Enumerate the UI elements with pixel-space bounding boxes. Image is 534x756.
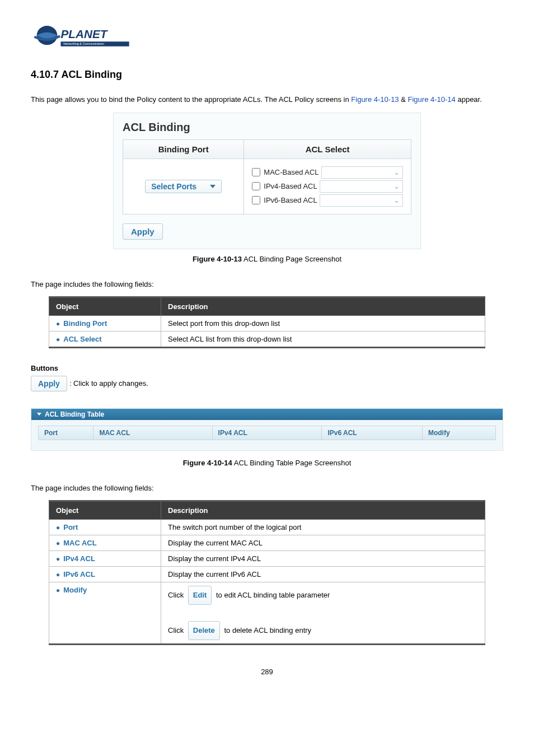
table1-header-desc: Description: [161, 297, 485, 315]
svg-text:PLANET: PLANET: [60, 27, 108, 40]
brand-logo: PLANET Networking & Communication: [31, 22, 503, 55]
delete-button[interactable]: Delete: [188, 621, 220, 641]
obj-name: Modify: [63, 586, 87, 594]
click-text: Click: [168, 591, 184, 599]
obj-desc: Select port from this drop-down list: [161, 315, 485, 331]
table-row: ●Binding Port Select port from this drop…: [49, 315, 485, 331]
ipv4-based-acl-select[interactable]: ⌄: [320, 180, 403, 193]
table2-header-desc: Description: [161, 501, 485, 519]
obj-name: ACL Select: [63, 335, 101, 343]
select-ports-label: Select Ports: [151, 182, 196, 191]
obj-desc: The switch port number of the logical po…: [161, 519, 485, 535]
obj-name: Port: [63, 523, 78, 531]
col-ipv6-acl: IPv6 ACL: [322, 426, 423, 440]
figure-4-10-14-caption: Figure 4-10-14 ACL Binding Table Page Sc…: [31, 459, 503, 467]
bullet-icon: ●: [56, 571, 60, 578]
acl-binding-panel: ACL Binding Binding Port ACL Select Sele…: [113, 113, 421, 249]
table1-header-object: Object: [49, 297, 161, 315]
edit-button[interactable]: Edit: [188, 586, 212, 605]
chevron-down-icon: [37, 413, 41, 416]
obj-desc: Display the current MAC ACL: [161, 535, 485, 550]
table-row: ●MAC ACL Display the current MAC ACL: [49, 535, 485, 550]
bullet-icon: ●: [56, 555, 60, 563]
obj-name: MAC ACL: [63, 539, 96, 547]
col-port: Port: [39, 426, 93, 440]
col-modify: Modify: [422, 426, 495, 440]
obj-desc: Display the current IPv4 ACL: [161, 550, 485, 566]
mac-based-acl-select[interactable]: ⌄: [321, 166, 403, 179]
col-mac-acl: MAC ACL: [93, 426, 212, 440]
figure-caption-num: Figure 4-10-14: [183, 459, 232, 467]
intro-text-pre: This page allows you to bind the Policy …: [31, 95, 351, 104]
click-text: Click: [168, 626, 184, 634]
ipv6-based-acl-label: IPv6-Based ACL: [264, 196, 317, 204]
apply-button-desc: : Click to apply changes.: [69, 379, 148, 388]
edit-desc: to edit ACL binding table parameter: [216, 591, 330, 599]
select-ports-dropdown[interactable]: Select Ports: [145, 180, 222, 193]
object-desc-table-2: Object Description ●Port The switch port…: [49, 500, 485, 646]
apply-button-sample[interactable]: Apply: [31, 376, 67, 391]
intro-text-post: appear.: [457, 95, 481, 104]
figure-caption-text: ACL Binding Table Page Screenshot: [232, 459, 351, 467]
figure-link-4-10-14[interactable]: Figure 4-10-14: [408, 95, 456, 104]
ipv4-based-acl-checkbox[interactable]: [252, 182, 260, 190]
intro-amp: &: [401, 95, 407, 104]
bullet-icon: ●: [56, 524, 60, 531]
chevron-down-icon: ⌄: [392, 169, 400, 176]
obj-name: IPv4 ACL: [63, 554, 95, 563]
svg-text:Networking & Communication: Networking & Communication: [63, 42, 104, 45]
acl-binding-table-grid: Port MAC ACL IPv4 ACL IPv6 ACL Modify: [38, 426, 496, 440]
acl-binding-table-title: ACL Binding Table: [45, 410, 104, 418]
ipv6-based-acl-select[interactable]: ⌄: [320, 194, 403, 207]
chevron-down-icon: ⌄: [392, 183, 400, 190]
bullet-icon: ●: [56, 320, 60, 328]
mac-based-acl-label: MAC-Based ACL: [264, 168, 318, 176]
figure-link-4-10-13[interactable]: Figure 4-10-13: [351, 95, 399, 104]
table-row: ●Modify Click Edit to edit ACL binding t…: [49, 582, 485, 645]
obj-desc-modify: Click Edit to edit ACL binding table par…: [161, 582, 485, 645]
chevron-down-icon: ⌄: [392, 197, 400, 204]
ipv6-based-acl-checkbox[interactable]: [252, 196, 260, 204]
col-ipv4-acl: IPv4 ACL: [212, 426, 322, 440]
bullet-icon: ●: [56, 539, 60, 547]
object-desc-table-1: Object Description ●Binding Port Select …: [49, 296, 485, 348]
acl-binding-table-panel: ACL Binding Table Port MAC ACL IPv4 ACL …: [31, 408, 503, 451]
bullet-icon: ●: [56, 586, 60, 594]
col-binding-port: Binding Port: [123, 139, 244, 158]
fields-intro-2: The page includes the following fields:: [31, 484, 503, 492]
table-row: ●IPv4 ACL Display the current IPv4 ACL: [49, 550, 485, 566]
buttons-row: Apply : Click to apply changes.: [31, 376, 503, 391]
table-row: ●Port The switch port number of the logi…: [49, 519, 485, 535]
obj-name: IPv6 ACL: [63, 570, 95, 578]
buttons-heading: Buttons: [31, 364, 503, 372]
intro-paragraph: This page allows you to bind the Policy …: [31, 91, 503, 109]
bullet-icon: ●: [56, 335, 60, 343]
ipv4-based-acl-label: IPv4-Based ACL: [264, 182, 317, 190]
planet-logo-icon: PLANET Networking & Communication: [31, 22, 137, 53]
apply-button[interactable]: Apply: [123, 223, 163, 240]
col-acl-select: ACL Select: [244, 139, 411, 158]
figure-caption-text: ACL Binding Page Screenshot: [242, 255, 341, 263]
obj-desc: Select ACL list from this drop-down list: [161, 331, 485, 347]
table2-header-object: Object: [49, 501, 161, 519]
figure-caption-num: Figure 4-10-13: [193, 255, 242, 263]
table-row: ●ACL Select Select ACL list from this dr…: [49, 331, 485, 347]
obj-name: Binding Port: [63, 319, 107, 328]
chevron-down-icon: [210, 185, 216, 188]
fields-intro-1: The page includes the following fields:: [31, 280, 503, 288]
page-number: 289: [31, 668, 503, 676]
acl-binding-table-header[interactable]: ACL Binding Table: [31, 409, 503, 420]
panel-table: Binding Port ACL Select Select Ports MAC…: [123, 139, 411, 214]
panel-title: ACL Binding: [123, 119, 411, 139]
delete-desc: to delete ACL binding entry: [224, 626, 311, 634]
mac-based-acl-checkbox[interactable]: [252, 168, 260, 176]
table-row: ●IPv6 ACL Display the current IPv6 ACL: [49, 566, 485, 582]
figure-4-10-13-caption: Figure 4-10-13 ACL Binding Page Screensh…: [31, 255, 503, 263]
obj-desc: Display the current IPv6 ACL: [161, 566, 485, 582]
section-heading: 4.10.7 ACL Binding: [31, 69, 503, 81]
